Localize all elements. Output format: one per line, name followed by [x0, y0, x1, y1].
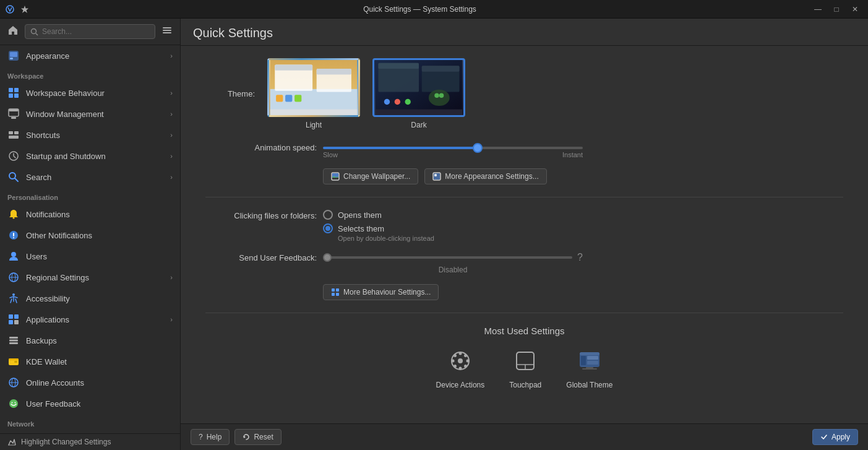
accessibility-icon [7, 292, 20, 305]
svg-rect-38 [9, 342, 18, 344]
hamburger-button[interactable] [159, 22, 175, 41]
sidebar-item-appearance[interactable]: Appearance › [0, 45, 180, 66]
reset-button[interactable]: Reset [234, 429, 281, 445]
clicking-radio-group: Opens them Selects them Open by double-c… [323, 210, 843, 242]
sidebar-item-accessibility[interactable]: Accessibility [0, 288, 180, 309]
help-button[interactable]: ? Help [191, 429, 230, 445]
theme-label: Theme: [205, 89, 255, 98]
feedback-row: Send User Feedback: ? Disabled [205, 252, 843, 274]
sidebar-item-user-feedback[interactable]: User Feedback [0, 393, 180, 414]
most-used-touchpad[interactable]: Touchpad [509, 346, 541, 389]
theme-option-light[interactable]: Light [267, 58, 360, 129]
radio-selects-them[interactable]: Selects them [323, 223, 843, 233]
feedback-slider[interactable] [323, 256, 572, 259]
svg-rect-34 [9, 320, 13, 324]
minimize-button[interactable]: — [810, 2, 826, 16]
sidebar-item-other-notifications[interactable]: Other Notifications [0, 225, 180, 246]
help-icon: ? [199, 433, 203, 441]
more-behaviour-button[interactable]: More Behaviour Settings... [323, 284, 439, 300]
startup-arrow: › [170, 152, 173, 160]
home-button[interactable] [5, 22, 21, 41]
double-click-sublabel: Open by double-clicking instead [338, 235, 843, 242]
radio-opens-them[interactable]: Opens them [323, 210, 843, 220]
close-button[interactable]: ✕ [847, 2, 863, 16]
svg-point-84 [451, 360, 454, 363]
svg-rect-25 [13, 233, 14, 236]
svg-line-3 [36, 33, 38, 35]
most-used-global-theme[interactable]: Global Theme [566, 346, 612, 389]
svg-point-69 [434, 93, 439, 97]
search-input[interactable] [42, 27, 150, 36]
sidebar-item-window-management[interactable]: Window Management › [0, 103, 180, 124]
sidebar-item-label-applications: Applications [26, 315, 164, 324]
change-wallpaper-button[interactable]: Change Wallpaper... [323, 168, 418, 184]
svg-rect-64 [422, 66, 460, 71]
shortcuts-icon [7, 129, 20, 141]
svg-point-66 [395, 99, 400, 105]
appearance-buttons-row: Change Wallpaper... More Appearance Sett… [205, 168, 843, 184]
sidebar-item-backups[interactable]: Backups [0, 330, 180, 351]
appearance-buttons: Change Wallpaper... More Appearance Sett… [323, 168, 843, 184]
sidebar-item-regional[interactable]: Regional Settings › [0, 267, 180, 288]
sidebar-item-label-appearance: Appearance [26, 51, 164, 61]
sidebar-item-kde-wallet[interactable]: KDE Wallet [0, 351, 180, 372]
most-used-device-actions[interactable]: Device Actions [436, 346, 485, 389]
svg-rect-19 [9, 136, 19, 139]
sidebar-item-users[interactable]: Users [0, 246, 180, 267]
svg-rect-51 [270, 110, 358, 115]
sidebar-item-label-workspace: Workspace Behaviour [26, 89, 164, 98]
radio-circle-selects [323, 223, 333, 233]
theme-row: Theme: [205, 58, 843, 129]
sidebar-item-label-notifications: Notifications [26, 210, 173, 219]
footer-left: ? Help Reset [191, 429, 281, 445]
svg-point-83 [458, 367, 462, 370]
sidebar-item-notifications[interactable]: Notifications [0, 204, 180, 225]
radio-selects-label: Selects them [338, 224, 384, 233]
maximize-button[interactable]: □ [828, 2, 844, 16]
svg-rect-94 [580, 352, 599, 355]
touchpad-icon [510, 346, 540, 376]
svg-point-31 [12, 293, 15, 296]
workspace-section-header: Workspace [0, 66, 180, 82]
network-section-header: Network [0, 414, 180, 430]
svg-point-82 [458, 352, 462, 355]
feedback-help-icon[interactable]: ? [577, 252, 583, 263]
svg-rect-53 [275, 64, 312, 70]
wallpaper-icon [331, 172, 340, 181]
search-arrow: › [170, 173, 173, 181]
clicking-files-row: Clicking files or folders: Opens them Se… [205, 210, 843, 242]
touchpad-label: Touchpad [509, 381, 541, 389]
svg-rect-60 [376, 110, 463, 115]
sidebar-item-label-wallet: KDE Wallet [26, 357, 173, 366]
titlebar: Quick Settings — System Settings — □ ✕ [0, 0, 868, 19]
sidebar-item-applications[interactable]: Applications › [0, 309, 180, 330]
svg-rect-16 [11, 117, 16, 119]
reset-icon [243, 433, 250, 441]
sidebar-item-online-accounts[interactable]: Online Accounts [0, 372, 180, 393]
svg-point-2 [32, 28, 37, 33]
theme-section: Theme: [205, 58, 843, 184]
animation-slow-label: Slow [323, 151, 338, 158]
svg-rect-23 [13, 217, 15, 219]
online-accounts-icon [7, 376, 20, 389]
sidebar-item-startup[interactable]: Startup and Shutdown › [0, 145, 180, 167]
svg-point-27 [11, 252, 16, 257]
device-actions-label: Device Actions [436, 381, 485, 389]
apply-button[interactable]: Apply [812, 429, 858, 445]
animation-speed-slider[interactable] [323, 147, 583, 149]
sidebar-item-label-online: Online Accounts [26, 378, 173, 387]
theme-option-dark[interactable]: Dark [372, 58, 465, 129]
sidebar-item-shortcuts[interactable]: Shortcuts › [0, 124, 180, 145]
most-used-section: Most Used Settings [205, 326, 843, 389]
svg-rect-57 [285, 95, 292, 102]
svg-rect-33 [14, 314, 19, 319]
sidebar-item-label-feedback: User Feedback [26, 399, 173, 409]
window-controls: — □ ✕ [810, 2, 863, 16]
sidebar-item-search[interactable]: Search › [0, 167, 180, 188]
highlight-changed-settings[interactable]: Highlight Changed Settings [0, 433, 180, 450]
svg-rect-26 [13, 237, 14, 238]
more-appearance-button[interactable]: More Appearance Settings... [424, 168, 546, 184]
sidebar-item-workspace-behaviour[interactable]: Workspace Behaviour › [0, 82, 180, 103]
more-behaviour-row: More Behaviour Settings... [205, 284, 843, 300]
sidebar-item-label-users: Users [26, 252, 173, 261]
